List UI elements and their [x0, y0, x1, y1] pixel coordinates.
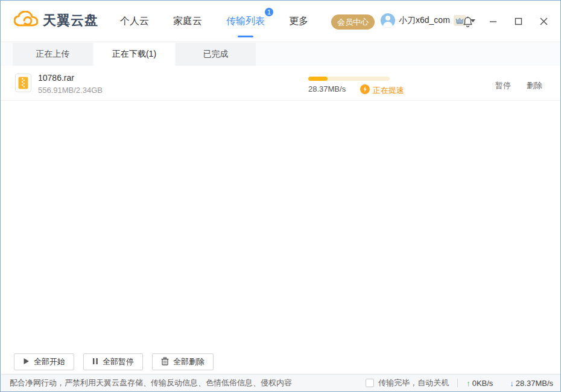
- download-task-row[interactable]: 10786.rar 556.91MB/2.34GB 28.37MB/s 正在提速…: [1, 67, 560, 101]
- file-size-progress: 556.91MB/2.34GB: [38, 86, 103, 95]
- upload-arrow-icon: ↑: [466, 379, 471, 388]
- status-bar: 配合净网行动，严禁利用天翼云盘存储、传输反动信息、色情低俗信息、侵权内容 传输完…: [1, 374, 560, 391]
- download-arrow-icon: ↓: [510, 379, 514, 388]
- trash-icon: [161, 357, 169, 367]
- auto-shutdown-checkbox[interactable]: [366, 379, 374, 387]
- file-name: 10786.rar: [38, 73, 74, 83]
- tab-label: 已完成: [203, 49, 229, 60]
- tabstrip-lead: [1, 43, 13, 66]
- member-center-button[interactable]: 会员中心: [331, 14, 375, 30]
- download-speed-value: 28.37MB/s: [516, 379, 553, 388]
- tab-label: 正在下载(1): [112, 49, 156, 60]
- pause-task-button[interactable]: 暂停: [495, 80, 511, 91]
- nav-label: 家庭云: [173, 16, 202, 26]
- total-download-speed: ↓ 28.37MB/s: [510, 379, 553, 388]
- user-avatar: [381, 13, 395, 28]
- pause-all-label: 全部暂停: [103, 356, 134, 367]
- upload-speed-value: 0KB/s: [472, 379, 493, 388]
- nav-label: 更多: [289, 16, 308, 26]
- nav-item-personal-cloud[interactable]: 个人云: [120, 13, 149, 30]
- start-all-label: 全部开始: [34, 356, 65, 367]
- notification-bell-icon[interactable]: [459, 13, 476, 30]
- tab-downloading[interactable]: 正在下载(1): [94, 43, 174, 66]
- nav-item-more[interactable]: 更多: [289, 13, 308, 30]
- pause-all-button[interactable]: 全部暂停: [83, 353, 143, 370]
- play-icon: [23, 358, 30, 367]
- lightning-boost-icon: [360, 84, 370, 96]
- compliance-notice: 配合净网行动，严禁利用天翼云盘存储、传输反动信息、色情低俗信息、侵权内容: [10, 378, 292, 388]
- close-button[interactable]: [535, 13, 552, 30]
- delete-all-label: 全部删除: [173, 356, 204, 367]
- auto-shutdown-label: 传输完毕，自动关机: [378, 378, 449, 388]
- progress-bar: [308, 77, 390, 81]
- nav-item-family-cloud[interactable]: 家庭云: [173, 13, 202, 30]
- tab-uploading[interactable]: 正在上传: [13, 43, 93, 66]
- transfer-tabstrip: 正在上传 正在下载(1) 已完成: [1, 43, 560, 66]
- total-upload-speed: ↑ 0KB/s: [466, 379, 493, 388]
- nav-label: 个人云: [120, 16, 149, 26]
- boost-status: 正在提速: [360, 84, 404, 96]
- delete-all-button[interactable]: 全部删除: [152, 353, 214, 370]
- main-nav: 个人云 家庭云 传输列表 1 更多: [120, 1, 308, 42]
- bulk-actions-toolbar: 全部开始 全部暂停 全部删除: [1, 353, 560, 371]
- nav-label: 传输列表: [226, 16, 265, 26]
- app-header: 天翼云盘 个人云 家庭云 传输列表 1 更多 会员中心 小刀x6d_com: [1, 1, 560, 42]
- app-logo: 天翼云盘: [14, 11, 98, 30]
- tab-completed[interactable]: 已完成: [176, 43, 256, 66]
- boost-label: 正在提速: [373, 85, 404, 96]
- delete-task-button[interactable]: 删除: [527, 80, 542, 91]
- username: 小刀x6d_com: [399, 15, 450, 26]
- transfer-count-badge: 1: [264, 7, 274, 17]
- pause-icon: [92, 358, 98, 367]
- minimize-button[interactable]: [484, 13, 501, 30]
- tab-label: 正在上传: [36, 49, 70, 60]
- logo-text: 天翼云盘: [43, 11, 98, 30]
- rar-file-icon: [15, 74, 31, 92]
- nav-item-transfer-list[interactable]: 传输列表 1: [226, 13, 265, 30]
- maximize-button[interactable]: [510, 13, 527, 30]
- progress-bar-fill: [308, 77, 328, 81]
- cloud-logo-icon: [14, 11, 38, 30]
- divider: [457, 379, 458, 387]
- active-nav-underline: [238, 36, 253, 37]
- download-speed: 28.37MB/s: [308, 84, 346, 93]
- start-all-button[interactable]: 全部开始: [14, 353, 74, 370]
